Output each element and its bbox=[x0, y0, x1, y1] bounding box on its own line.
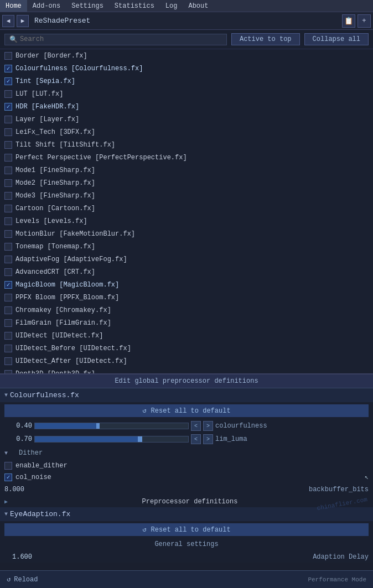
effect-item[interactable]: Mode1 [FineSharp.fx] bbox=[0, 164, 373, 176]
effect-item[interactable]: Mode2 [FineSharp.fx] bbox=[0, 176, 373, 189]
effect-checkbox[interactable]: ✓ bbox=[4, 103, 12, 111]
effect-item[interactable]: Mode3 [FineSharp.fx] bbox=[0, 189, 373, 202]
effect-item[interactable]: ✓Tint [Sepia.fx] bbox=[0, 75, 373, 87]
backbuffer-value: 8.000 bbox=[4, 486, 38, 493]
adaption-delay-row: 1.600 Adaption Delay bbox=[0, 550, 373, 563]
reset-all-button[interactable]: ↺ Reset all to default bbox=[4, 404, 369, 417]
effect-item[interactable]: UIDetect [UIDetect.fx] bbox=[0, 329, 373, 342]
slider-lim-luma[interactable] bbox=[34, 436, 189, 443]
preproc-triangle[interactable]: ▶ bbox=[4, 498, 8, 505]
slider-colourfulness[interactable] bbox=[34, 423, 189, 429]
active-top-button[interactable]: Active to top bbox=[231, 33, 300, 45]
cursor-indicator: ↖ bbox=[365, 473, 369, 481]
effect-item[interactable]: UIDetect_After [UIDetect.fx] bbox=[0, 355, 373, 367]
effect-name: Tilt Shift [TiltShift.fx] bbox=[15, 141, 115, 149]
collapse-all-button[interactable]: Collapse all bbox=[304, 33, 369, 45]
menu-item-about[interactable]: About bbox=[183, 0, 214, 12]
section-name: Colourfulness.fx bbox=[10, 391, 79, 399]
menu-item-log[interactable]: Log bbox=[160, 0, 183, 12]
eyeadaption-reset-button[interactable]: ↺ Reset all to default bbox=[4, 523, 369, 536]
preproc-label: Preprocessor definitions bbox=[142, 498, 238, 506]
backbuffer-bits-row: 8.000 backbuffer_bits bbox=[0, 483, 373, 496]
effect-checkbox[interactable] bbox=[4, 345, 12, 352]
effect-item[interactable]: Perfect Perspective [PerfectPerspective.… bbox=[0, 151, 373, 164]
prev-preset-button[interactable]: ◀ bbox=[2, 15, 14, 27]
col-noise-checkbox[interactable]: ✓ bbox=[4, 473, 12, 481]
effect-name: Perfect Perspective [PerfectPerspective.… bbox=[15, 154, 187, 162]
effect-item[interactable]: ✓MagicBloom [MagicBloom.fx] bbox=[0, 278, 373, 291]
effect-checkbox[interactable] bbox=[4, 332, 12, 340]
effect-checkbox[interactable] bbox=[4, 217, 12, 225]
effect-item[interactable]: Levels [Levels.fx] bbox=[0, 215, 373, 227]
effect-checkbox[interactable] bbox=[4, 192, 12, 200]
effect-item[interactable]: AdvancedCRT [CRT.fx] bbox=[0, 266, 373, 278]
effect-name: Colourfulness [Colourfulness.fx] bbox=[15, 65, 143, 72]
dither-collapse[interactable]: ▼ bbox=[4, 450, 8, 456]
next-preset-button[interactable]: ▶ bbox=[17, 15, 29, 27]
effect-checkbox[interactable] bbox=[4, 370, 12, 375]
effect-item[interactable]: Border [Border.fx] bbox=[0, 49, 373, 62]
preset-name: ReShadePreset bbox=[31, 17, 340, 25]
enable-dither-checkbox[interactable] bbox=[4, 462, 12, 470]
effect-checkbox[interactable]: ✓ bbox=[4, 77, 12, 85]
effect-checkbox[interactable] bbox=[4, 116, 12, 123]
effect-checkbox[interactable] bbox=[4, 357, 12, 365]
effect-checkbox[interactable] bbox=[4, 166, 12, 174]
menu-item-home[interactable]: Home bbox=[0, 0, 27, 12]
effect-item[interactable]: Layer [Layer.fx] bbox=[0, 113, 373, 126]
reload-button[interactable]: ↺ Reload bbox=[7, 575, 38, 584]
preset-bar: ◀ ▶ ReShadePreset 📋 + bbox=[0, 12, 373, 30]
param-decrease-colourfulness[interactable]: < bbox=[191, 421, 201, 431]
performance-mode-label: Performance Mode bbox=[308, 576, 366, 583]
effect-item[interactable]: Chromakey [Chromakey.fx] bbox=[0, 304, 373, 316]
effect-item[interactable]: Cartoon [Cartoon.fx] bbox=[0, 202, 373, 215]
effect-checkbox[interactable] bbox=[4, 128, 12, 136]
menu-item-add-ons[interactable]: Add-ons bbox=[27, 0, 66, 12]
search-input-wrap[interactable]: 🔍 bbox=[4, 34, 227, 45]
effect-item[interactable]: Tilt Shift [TiltShift.fx] bbox=[0, 138, 373, 151]
effect-checkbox[interactable] bbox=[4, 306, 12, 314]
effect-item[interactable]: FilmGrain [FilmGrain.fx] bbox=[0, 316, 373, 329]
effect-checkbox[interactable] bbox=[4, 141, 12, 149]
backbuffer-label: backbuffer_bits bbox=[309, 486, 369, 493]
effect-item[interactable]: AdaptiveFog [AdaptiveFog.fx] bbox=[0, 253, 373, 266]
effect-checkbox[interactable]: ✓ bbox=[4, 65, 12, 72]
effect-item[interactable]: LeiFx_Tech [3DFX.fx] bbox=[0, 126, 373, 138]
effect-item[interactable]: ✓HDR [FakeHDR.fx] bbox=[0, 100, 373, 113]
colourfulness-section-header[interactable]: ▼ Colourfulness.fx bbox=[0, 388, 373, 402]
param-decrease-lim-luma[interactable]: < bbox=[191, 434, 201, 444]
effect-checkbox[interactable] bbox=[4, 52, 12, 60]
effect-item[interactable]: Tonemap [Tonemap.fx] bbox=[0, 240, 373, 253]
effect-checkbox[interactable] bbox=[4, 243, 12, 251]
menu-item-statistics[interactable]: Statistics bbox=[109, 0, 160, 12]
effect-item[interactable]: UIDetect_Before [UIDetect.fx] bbox=[0, 342, 373, 355]
menu-item-settings[interactable]: Settings bbox=[66, 0, 109, 12]
effect-item[interactable]: PPFX Bloom [PPFX_Bloom.fx] bbox=[0, 291, 373, 304]
effect-checkbox[interactable] bbox=[4, 179, 12, 187]
effect-checkbox[interactable] bbox=[4, 154, 12, 162]
add-preset-button[interactable]: + bbox=[358, 14, 371, 28]
effect-item[interactable]: LUT [LUT.fx] bbox=[0, 87, 373, 100]
effect-checkbox[interactable] bbox=[4, 268, 12, 276]
effect-name: LeiFx_Tech [3DFX.fx] bbox=[15, 128, 95, 136]
effect-item[interactable]: MotionBlur [FakeMotionBlur.fx] bbox=[0, 227, 373, 240]
effect-checkbox[interactable] bbox=[4, 230, 12, 238]
effect-name: AdaptiveFog [AdaptiveFog.fx] bbox=[15, 256, 127, 263]
effect-name: FilmGrain [FilmGrain.fx] bbox=[15, 319, 111, 327]
effect-checkbox[interactable] bbox=[4, 256, 12, 263]
save-preset-button[interactable]: 📋 bbox=[342, 14, 355, 28]
effect-name: Border [Border.fx] bbox=[15, 52, 87, 60]
effect-name: Mode3 [FineSharp.fx] bbox=[15, 192, 95, 200]
effect-checkbox[interactable] bbox=[4, 294, 12, 301]
effect-checkbox[interactable] bbox=[4, 90, 12, 98]
effect-item[interactable]: ✓Colourfulness [Colourfulness.fx] bbox=[0, 62, 373, 75]
effect-checkbox[interactable]: ✓ bbox=[4, 281, 12, 289]
effect-name: Layer [Layer.fx] bbox=[15, 116, 79, 123]
effect-checkbox[interactable] bbox=[4, 205, 12, 212]
search-input[interactable] bbox=[20, 35, 222, 43]
effect-name: MotionBlur [FakeMotionBlur.fx] bbox=[15, 230, 135, 238]
effect-checkbox[interactable] bbox=[4, 319, 12, 327]
param-increase-colourfulness[interactable]: > bbox=[203, 421, 213, 431]
effect-item[interactable]: Depth3D [Depth3D.fx] bbox=[0, 367, 373, 374]
param-increase-lim-luma[interactable]: > bbox=[203, 434, 213, 444]
